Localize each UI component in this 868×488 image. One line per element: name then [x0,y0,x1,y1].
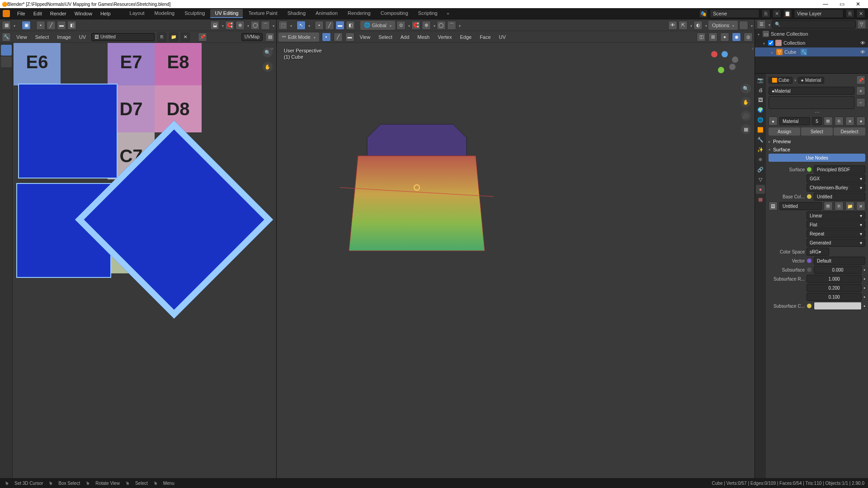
viewlayer-browse-icon[interactable]: 📋 [783,9,792,18]
material-users[interactable]: 5 [812,117,822,125]
uv-image-open-icon[interactable]: 📁 [169,33,178,42]
uv-sel-edge-icon[interactable]: ╱ [47,21,56,30]
gizmo-y-icon[interactable] [718,67,724,73]
surface-socket-icon[interactable] [807,167,812,172]
uv-snap-target-icon[interactable]: ⊕ [236,21,245,30]
vp-component-vert-icon[interactable]: ▪ [322,33,331,42]
source-dropdown[interactable]: Generated▾ [807,239,865,247]
uv-proportional-icon[interactable]: ◯ [250,21,259,30]
vp-proportional-icon[interactable]: ◯ [437,21,446,30]
vp-options-dropdown[interactable]: Options [708,21,738,30]
uv-tooltoggle-icon[interactable]: 🔧 [2,33,11,42]
uv-menu-select[interactable]: Select [33,33,52,41]
uv-pan-icon[interactable]: ✋ [263,62,273,72]
vp-overlay-icon[interactable]: ◐ [693,21,703,30]
uv-sel-face-icon[interactable]: ▬ [57,21,66,30]
dist-dropdown[interactable]: GGX▾ [807,174,865,183]
vp-menu-face[interactable]: Face [477,33,493,41]
vp-selmode-4-icon[interactable]: ◧ [346,21,355,30]
vp-zoom-icon[interactable]: 🔍 [741,84,751,94]
vp-shading-rendered-icon[interactable]: ◎ [744,33,753,42]
uv-image-field[interactable]: 🖼 Untitled [91,33,155,41]
viewlayer-field[interactable]: View Layer [794,9,844,18]
tex-fake-icon[interactable]: ⛨ [824,202,833,211]
proptab-render[interactable]: 📷 [756,75,765,84]
subsurface-socket-icon[interactable] [807,267,812,272]
base-color-dropdown[interactable]: Untitled [814,192,865,201]
menu-window[interactable]: Window [71,10,96,17]
sc-anim-icon[interactable]: • [863,303,865,309]
gizmo-x-icon[interactable] [711,51,717,57]
uv-sync-select-icon[interactable]: ▣ [22,21,31,30]
minimize-button[interactable]: — [817,1,834,7]
vp-shader-opts-icon[interactable] [739,21,748,30]
menu-render[interactable]: Render [47,10,70,17]
material-name-field[interactable]: Material [779,117,810,125]
collection-visibility-icon[interactable]: 👁 [860,40,865,46]
ws-compositing[interactable]: Compositing [376,9,413,18]
subsurface-field[interactable]: 0.000 [814,266,862,274]
menu-edit[interactable]: Edit [30,10,46,17]
projection-dropdown[interactable]: Flat▾ [807,221,865,229]
vp-snap-target-icon[interactable]: ⊕ [422,21,431,30]
viewlayer-delete-icon[interactable]: ✕ [856,9,865,18]
vp-persp-icon[interactable]: ▦ [741,124,751,134]
uv-falloff-icon[interactable]: ⌒ [261,21,270,30]
preview-section-toggle[interactable]: Preview [769,137,865,145]
select-button[interactable]: Select [801,127,833,136]
slot-menu-icon[interactable]: ⋯ [815,110,820,116]
uv-sel-island-icon[interactable]: ◧ [67,21,76,30]
vp-menu-add[interactable]: Add [398,33,412,41]
uv-image-unlink-icon[interactable]: ✕ [181,33,190,42]
uv-menu-image[interactable]: Image [54,33,74,41]
ws-scripting[interactable]: Scripting [414,9,442,18]
material-slot-empty[interactable] [769,96,854,109]
colorspace-dropdown[interactable]: sRG ▾ [807,248,829,256]
material-unlink-icon[interactable]: ✕ [845,117,854,126]
nav-gizmo[interactable] [711,51,738,78]
slot-remove-icon[interactable]: − [856,98,865,107]
scene-delete-icon[interactable]: ✕ [772,9,781,18]
tex-browse-icon[interactable]: 🖼 [769,202,778,211]
deselect-button[interactable]: Deselect [834,127,865,136]
material-slot[interactable]: ● Material [769,87,854,95]
outliner-search[interactable]: 🔍 [772,20,856,28]
vp-menu-uv[interactable]: UV [496,33,509,41]
ws-texture-paint[interactable]: Texture Paint [244,9,282,18]
uv-map-field[interactable]: UVMap [241,33,263,41]
object-visibility-icon[interactable]: 👁 [860,49,865,55]
modifier-icon[interactable]: 🔧 [801,49,807,55]
vp-component-face-icon[interactable]: ▬ [345,33,354,42]
sr2-anim-icon[interactable]: • [863,285,865,291]
material-new-icon[interactable]: ⎘ [835,117,844,126]
uv-menu-uv[interactable]: UV [76,33,89,41]
proptab-mesh[interactable]: ▽ [756,175,765,184]
crumb-material[interactable]: ● Material [798,77,825,84]
vp-menu-edge[interactable]: Edge [457,33,474,41]
use-nodes-button[interactable]: Use Nodes [769,154,865,162]
uv-viewport[interactable]: E5 E6 E7 E8 D7 D8 C7 A7 🔍 ✋ ‹› [0,43,276,478]
ws-add-button[interactable]: + [443,9,453,18]
assign-button[interactable]: Assign [769,127,800,136]
vp-menu-mesh[interactable]: Mesh [415,33,432,41]
proptab-viewlayer[interactable]: 🖼 [756,95,765,104]
subsurface-r3-field[interactable]: 0.100 [807,293,862,301]
vp-orientation-dropdown[interactable]: 🌐 Global [360,21,395,30]
viewport3d-canvas[interactable]: User Perspective (1) Cube [277,43,755,478]
extension-dropdown[interactable]: Repeat▾ [807,230,865,238]
vp-selmode-face-icon[interactable]: ▬ [335,21,344,30]
vp-xray-icon[interactable]: ◫ [697,33,706,42]
proptab-constraints[interactable]: 🔗 [756,165,765,174]
sr1-anim-icon[interactable]: • [863,276,865,282]
ws-rendering[interactable]: Rendering [343,9,375,18]
blender-logo-icon[interactable] [3,10,10,17]
maximize-button[interactable]: ▭ [834,1,850,7]
vp-select-tool-icon[interactable]: ↖ [297,21,306,30]
material-nodetree-icon[interactable]: ▾ [856,117,865,126]
close-button[interactable]: ✕ [850,1,866,7]
gizmo-z-icon[interactable] [722,51,728,57]
scene-field[interactable]: Scene [710,9,760,18]
proptab-object[interactable]: 🟧 [756,125,765,134]
outliner-object-row[interactable]: ▽ Cube 🔧 👁 [755,47,868,56]
uv-display-channels-icon[interactable]: ▤ [265,33,274,42]
